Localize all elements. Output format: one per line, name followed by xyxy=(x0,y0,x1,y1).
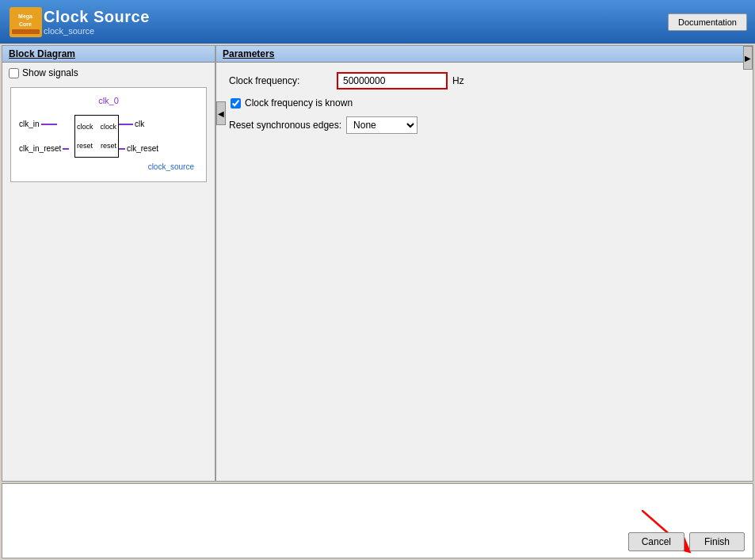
clock-freq-unit: Hz xyxy=(452,75,464,86)
show-signals-label: Show signals xyxy=(22,67,78,78)
port-clk-reset-out: clk_reset xyxy=(127,144,158,153)
clock-freq-label: Clock frequency: xyxy=(229,75,332,86)
block-title: clk_0 xyxy=(19,96,198,105)
show-signals-row: Show signals xyxy=(2,63,215,83)
inner-port-reset-right: reset xyxy=(101,142,116,150)
cancel-button[interactable]: Cancel xyxy=(628,532,684,551)
svg-rect-3 xyxy=(12,29,40,34)
app-title: Clock Source xyxy=(44,8,150,26)
clock-known-label: Clock frequency is known xyxy=(245,97,353,109)
reset-edges-select[interactable]: None Rising Falling Both xyxy=(346,116,418,134)
footer-buttons: Cancel Finish xyxy=(628,532,745,551)
reset-edges-label: Reset synchronous edges: xyxy=(229,120,341,131)
show-signals-checkbox[interactable] xyxy=(9,68,19,78)
right-panel-header: Parameters xyxy=(216,46,753,63)
port-clk-in: clk_in xyxy=(19,120,40,128)
bottom-log-area: Cancel Finish xyxy=(2,483,753,558)
svg-text:Mega: Mega xyxy=(18,13,32,20)
finish-button[interactable]: Finish xyxy=(689,532,745,551)
app-subtitle: clock_source xyxy=(44,26,150,36)
left-panel-header: Block Diagram xyxy=(2,46,215,63)
port-clk-out: clk xyxy=(135,120,144,128)
clock-source-label: clock_source xyxy=(19,162,194,171)
documentation-button[interactable]: Documentation xyxy=(668,13,747,31)
right-panel: Parameters Clock frequency: Hz Clock fre… xyxy=(216,46,753,481)
block-diagram-canvas: clk_0 clk_in clk_in_reset xyxy=(10,87,207,182)
title-bar: Mega Core Clock Source clock_source Docu… xyxy=(0,0,755,44)
block-box: clock clock reset reset xyxy=(74,115,119,158)
megacore-logo: Mega Core xyxy=(8,6,44,39)
inner-port-clock-left: clock xyxy=(77,123,93,131)
panel-collapse-handle[interactable]: ◀ xyxy=(216,101,226,125)
clock-freq-row: Clock frequency: Hz xyxy=(229,72,740,90)
left-panel: Block Diagram Show signals clk_0 clk_in xyxy=(2,46,216,481)
params-content: Clock frequency: Hz Clock frequency is k… xyxy=(216,63,753,151)
reset-edges-row: Reset synchronous edges: None Rising Fal… xyxy=(229,116,740,134)
main-content: Block Diagram Show signals clk_0 clk_in xyxy=(0,44,755,560)
clock-known-checkbox[interactable] xyxy=(231,98,241,109)
right-collapse-handle[interactable]: ▶ xyxy=(743,46,753,70)
clock-freq-input[interactable] xyxy=(337,72,448,90)
title-bar-text: Clock Source clock_source xyxy=(44,8,150,36)
port-clk-in-reset: clk_in_reset xyxy=(19,144,61,153)
clock-known-row: Clock frequency is known xyxy=(229,97,740,109)
inner-port-clock-right: clock xyxy=(100,123,116,131)
inner-port-reset-left: reset xyxy=(77,142,93,150)
svg-text:Core: Core xyxy=(19,21,32,27)
